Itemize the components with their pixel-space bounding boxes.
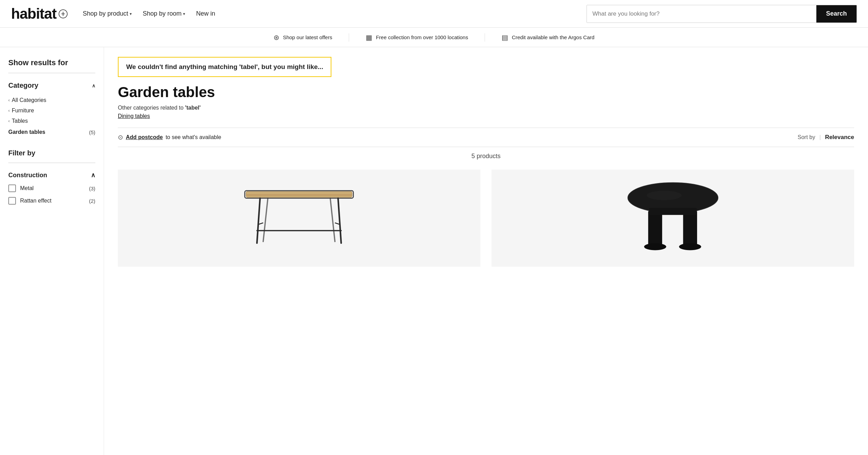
category-garden-tables-active[interactable]: Garden tables (5) [8, 126, 95, 137]
svg-rect-3 [247, 195, 351, 196]
filter-section: Filter by Construction ∧ Metal (3) Ratta… [8, 149, 95, 205]
header: habitat Shop by product ▾ Shop by room ▾… [0, 0, 868, 28]
main-container: Show results for Category ∧ ‹ All Catego… [0, 47, 868, 455]
nav-shop-by-room[interactable]: Shop by room ▾ [139, 7, 189, 20]
chevron-left-icon: ‹ [8, 98, 10, 103]
chevron-up-icon: ∧ [92, 83, 95, 88]
chevron-down-icon: ▾ [130, 11, 132, 16]
filter-metal: Metal (3) [8, 184, 95, 192]
other-categories-label: Other categories related to 'tabel' [118, 105, 854, 111]
construction-filter-header[interactable]: Construction ∧ [8, 171, 95, 179]
sidebar: Show results for Category ∧ ‹ All Catego… [0, 47, 104, 455]
show-results-label: Show results for [8, 58, 95, 67]
category-section[interactable]: Category ∧ [8, 81, 95, 89]
rattan-checkbox[interactable] [8, 197, 16, 205]
chevron-left-icon: ‹ [8, 119, 10, 123]
sub-header-offers[interactable]: ⊛ Shop our latest offers [257, 33, 349, 42]
garden-table-2-svg [537, 174, 809, 262]
svg-line-9 [330, 198, 335, 241]
main-nav: Shop by product ▾ Shop by room ▾ New in [79, 7, 219, 20]
no-results-message: We couldn't find anything matching 'tabe… [118, 57, 331, 77]
postcode-section: ⊙ Add postcode to see what's available [118, 134, 221, 141]
card-icon: ▤ [502, 33, 508, 42]
svg-line-6 [257, 198, 260, 243]
filter-divider [8, 163, 95, 163]
svg-point-18 [644, 243, 666, 250]
add-postcode-link[interactable]: Add postcode [126, 134, 163, 140]
nav-new-in[interactable]: New in [192, 7, 219, 20]
sub-header-collection[interactable]: ▦ Free collection from over 1000 locatio… [349, 33, 485, 42]
chevron-down-icon: ▾ [183, 11, 185, 16]
sub-header: ⊛ Shop our latest offers ▦ Free collecti… [0, 28, 868, 47]
filter-by-label: Filter by [8, 149, 95, 157]
metal-checkbox[interactable] [8, 184, 16, 192]
filter-rattan-effect: Rattan effect (2) [8, 197, 95, 205]
svg-point-19 [679, 243, 701, 250]
product-image-2 [492, 170, 854, 267]
category-tables[interactable]: ‹ Tables [8, 116, 95, 126]
logo-icon [59, 9, 68, 18]
category-furniture[interactable]: ‹ Furniture [8, 105, 95, 116]
logo-text: habitat [11, 6, 57, 22]
svg-line-8 [263, 198, 268, 241]
svg-rect-16 [683, 211, 697, 246]
garden-table-1-svg [136, 174, 462, 262]
svg-point-20 [646, 191, 682, 200]
tag-icon: ⊛ [274, 33, 279, 42]
svg-rect-15 [648, 211, 662, 246]
sub-header-credit[interactable]: ▤ Credit available with the Argos Card [485, 33, 611, 42]
products-count: 5 products [118, 153, 854, 160]
nav-shop-by-product[interactable]: Shop by product ▾ [79, 7, 136, 20]
chevron-up-icon: ∧ [91, 171, 95, 179]
svg-rect-4 [247, 197, 351, 198]
search-input[interactable] [587, 5, 816, 23]
product-card[interactable] [492, 170, 854, 271]
dining-tables-link[interactable]: Dining tables [118, 113, 150, 119]
page-title: Garden tables [118, 84, 854, 101]
sidebar-divider [8, 73, 95, 73]
svg-rect-17 [649, 208, 697, 215]
search-bar: Search [587, 5, 857, 23]
search-button[interactable]: Search [816, 5, 857, 23]
sort-section: Sort by | Relevance [798, 134, 854, 141]
svg-line-7 [338, 198, 341, 243]
store-icon: ▦ [366, 33, 372, 42]
filter-sort-bar: ⊙ Add postcode to see what's available S… [118, 128, 854, 147]
product-card[interactable] [118, 170, 480, 271]
chevron-left-icon: ‹ [8, 108, 10, 113]
sort-value[interactable]: Relevance [825, 134, 854, 141]
svg-rect-2 [247, 192, 351, 194]
location-icon: ⊙ [118, 134, 123, 141]
product-image-1 [118, 170, 480, 267]
content: We couldn't find anything matching 'tabe… [104, 47, 868, 455]
product-grid [118, 170, 854, 271]
logo[interactable]: habitat [11, 6, 68, 22]
svg-line-11 [259, 223, 263, 225]
svg-line-12 [335, 223, 340, 225]
category-all[interactable]: ‹ All Categories [8, 95, 95, 105]
